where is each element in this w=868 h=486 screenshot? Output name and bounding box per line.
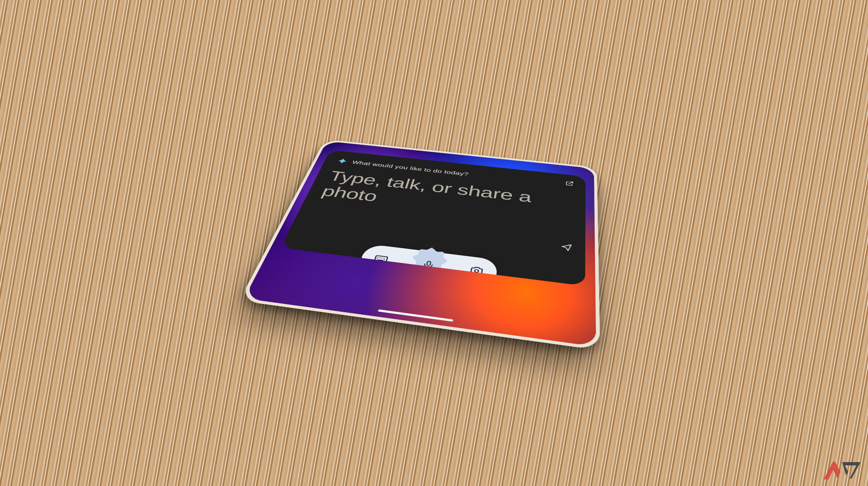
phone-screen: What would you like to do today? Type, t…: [244, 141, 596, 347]
watermark-logo: [821, 459, 862, 482]
mic-burst-shape: [397, 244, 459, 286]
perspective-stage: What would you like to do today? Type, t…: [0, 0, 868, 486]
phone-3d-wrapper: What would you like to do today? Type, t…: [239, 139, 600, 350]
svg-rect-1: [427, 261, 431, 266]
camera-icon: [468, 264, 485, 277]
keyboard-icon: [372, 253, 390, 265]
camera-button[interactable]: [465, 262, 488, 280]
external-link-icon: [565, 180, 575, 187]
expand-button[interactable]: [564, 179, 576, 188]
keyboard-button[interactable]: [369, 251, 393, 267]
send-button[interactable]: [559, 241, 574, 253]
input-mode-pill: [357, 244, 499, 286]
microphone-icon: [421, 259, 436, 270]
svg-point-2: [474, 269, 478, 272]
gemini-spark-icon: [336, 157, 349, 164]
svg-rect-0: [374, 256, 388, 262]
prompt-placeholder[interactable]: Type, talk, or share a photo: [319, 168, 572, 227]
send-spark-icon: [560, 243, 573, 252]
mic-button[interactable]: [397, 244, 459, 286]
gesture-nav-bar[interactable]: [378, 310, 453, 322]
phone-frame: What would you like to do today? Type, t…: [239, 139, 600, 350]
